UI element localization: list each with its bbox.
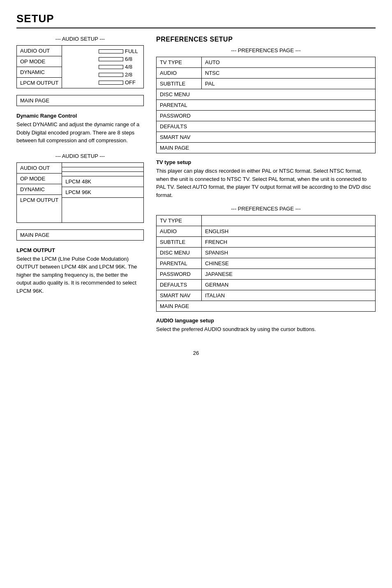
pref-page-label-1: --- PREFERENCES PAGE --- — [156, 47, 376, 53]
pref-smart-nav-value-2: ITALIAN — [202, 290, 375, 301]
pref-parental-label-1: PARENTAL — [157, 100, 375, 110]
slider-track-48 — [99, 65, 123, 69]
pref-row-parental-1: PARENTAL — [157, 100, 375, 111]
box1-main-page[interactable]: MAIN PAGE — [17, 95, 143, 106]
tv-type-text: This player can play discs recorded in e… — [156, 167, 376, 199]
slider-label-68: 6/8 — [125, 56, 139, 62]
pref-subtitle-label-2: SUBTITLE — [157, 237, 202, 247]
pref-row-subtitle-1: SUBTITLE PAL — [157, 79, 375, 89]
slider-label-28: 2/8 — [125, 72, 139, 78]
al2-labels: AUDIO OUT OP MODE DYNAMIC LPCM OUTPUT — [17, 163, 62, 222]
al2-empty-1 — [62, 163, 143, 167]
slider-label-48: 4/8 — [125, 64, 139, 70]
pref-password-value-2: JAPANESE — [202, 269, 375, 279]
pref-subtitle-label-1: SUBTITLE — [157, 79, 202, 89]
pref-audio-label-1: AUDIO — [157, 68, 202, 78]
pref-row-disc-menu-1: DISC MENU — [157, 89, 375, 100]
al2-lpcm-48k: LPCM 48K — [62, 176, 143, 187]
slider-track-68 — [99, 57, 123, 61]
al2-audio-out: AUDIO OUT — [17, 163, 62, 174]
pref-disc-menu-value-2: SPANISH — [202, 248, 375, 258]
pref-row-defaults-1: DEFAULTS — [157, 121, 375, 132]
dynamic-range-description: Dynamic Range Control Select DYNAMIC and… — [16, 113, 144, 145]
al2-spacer — [62, 198, 143, 222]
pref-defaults-label-2: DEFAULTS — [157, 280, 202, 290]
pref-row-main-page-1: MAIN PAGE — [157, 143, 375, 153]
lpcm-title: LPCM OUTPUT — [16, 247, 144, 253]
audio-lang-title: AUDIO language setup — [156, 317, 376, 324]
box2-footer-wrapper: MAIN PAGE — [16, 229, 144, 241]
slider-off: OFF — [99, 79, 139, 86]
pref-row-subtitle-2: SUBTITLE FRENCH — [157, 237, 375, 248]
pref-row-password-2: PASSWORD JAPANESE — [157, 269, 375, 280]
pref-password-label-1: PASSWORD — [157, 111, 375, 121]
pref-smart-nav-label-1: SMART NAV — [157, 132, 375, 142]
pref-row-smart-nav-2: SMART NAV ITALIAN — [157, 290, 375, 301]
dynamic-range-text: Select DYNAMIC and adjust the dynamic ra… — [16, 120, 144, 145]
page-title: SETUP — [16, 12, 376, 28]
al2-op-mode: OP MODE — [17, 174, 62, 184]
audio-out-label: AUDIO OUT — [17, 46, 62, 56]
pref-row-main-page-2: MAIN PAGE — [157, 301, 375, 311]
al2-empty-3 — [62, 172, 143, 176]
pref-row-disc-menu-2: DISC MENU SPANISH — [157, 248, 375, 258]
slider-28: 2/8 — [99, 72, 139, 78]
pref-menu-1: TV TYPE AUTO AUDIO NTSC SUBTITLE PAL DIS… — [156, 57, 376, 153]
slider-48: 4/8 — [99, 64, 139, 70]
al2-lpcm-96k: LPCM 96K — [62, 187, 143, 198]
slider-label-full: FULL — [125, 48, 139, 54]
audio-setup-label-2: --- AUDIO SETUP --- — [16, 153, 144, 159]
sliders-area: FULL 6/8 4/8 2/8 OFF — [62, 46, 143, 88]
lpcm-text: Select the LPCM (LIne Pulse Code Modulat… — [16, 255, 144, 295]
pref-row-tv-type-1: TV TYPE AUTO — [157, 57, 375, 68]
page-number: 26 — [16, 350, 376, 356]
pref-main-page-label-1[interactable]: MAIN PAGE — [157, 143, 375, 153]
pref-row-defaults-2: DEFAULTS GERMAN — [157, 280, 375, 290]
slider-track-off — [99, 81, 123, 85]
pref-row-audio-2: AUDIO ENGLISH — [157, 226, 375, 237]
slider-68: 6/8 — [99, 56, 139, 62]
pref-password-label-2: PASSWORD — [157, 269, 202, 279]
pref-row-parental-2: PARENTAL CHINESE — [157, 258, 375, 269]
pref-smart-nav-label-2: SMART NAV — [157, 290, 202, 301]
dynamic-range-title: Dynamic Range Control — [16, 113, 144, 119]
al2-empty-2 — [62, 167, 143, 172]
pref-tv-type-value-2 — [202, 215, 375, 226]
op-mode-label: OP MODE — [17, 56, 62, 67]
pref-disc-menu-label-2: DISC MENU — [157, 248, 202, 258]
pref-main-page-label-2[interactable]: MAIN PAGE — [157, 301, 375, 311]
lpcm-description: LPCM OUTPUT Select the LPCM (LIne Pulse … — [16, 247, 144, 295]
pref-row-tv-type-2: TV TYPE — [157, 215, 375, 226]
preferences-heading: PREFERENCES SETUP — [156, 36, 376, 43]
slider-label-off: OFF — [125, 79, 139, 86]
pref-audio-value-2: ENGLISH — [202, 226, 375, 236]
pref-tv-type-label-1: TV TYPE — [157, 57, 202, 67]
pref-row-password-1: PASSWORD — [157, 111, 375, 121]
pref-row-smart-nav-1: SMART NAV — [157, 132, 375, 143]
pref-disc-menu-label-1: DISC MENU — [157, 89, 375, 100]
slider-track-28 — [99, 73, 123, 77]
audio-lang-section: AUDIO language setup Select the preferre… — [156, 317, 376, 333]
pref-audio-value-1: NTSC — [202, 68, 375, 78]
tv-type-title: TV type setup — [156, 159, 376, 165]
audio-setup-label-1: --- AUDIO SETUP --- — [16, 36, 144, 42]
box2-main-page[interactable]: MAIN PAGE — [17, 230, 143, 240]
al2-lpcm-output: LPCM OUTPUT — [17, 195, 62, 205]
lpcm-output-label: LPCM OUTPUT — [17, 78, 62, 88]
dynamic-label: DYNAMIC — [17, 67, 62, 78]
pref-tv-type-label-2: TV TYPE — [157, 215, 202, 226]
slider-full: FULL — [99, 48, 139, 54]
audio-lang-text: Select the preferred AUDIO soundtrack by… — [156, 325, 376, 333]
left-column: --- AUDIO SETUP --- AUDIO OUT OP MODE DY… — [16, 36, 144, 342]
pref-defaults-label-1: DEFAULTS — [157, 121, 375, 132]
al2-dynamic: DYNAMIC — [17, 184, 62, 195]
tv-type-section: TV type setup This player can play discs… — [156, 159, 376, 199]
pref-page-label-2: --- PREFERENCES PAGE --- — [156, 206, 376, 212]
pref-audio-label-2: AUDIO — [157, 226, 202, 236]
box1-footer-wrapper: MAIN PAGE — [16, 95, 144, 106]
pref-subtitle-value-2: FRENCH — [202, 237, 375, 247]
audio-box-2: AUDIO OUT OP MODE DYNAMIC LPCM OUTPUT LP… — [16, 162, 144, 223]
slider-track-full — [99, 49, 123, 53]
al2-right: LPCM 48K LPCM 96K — [62, 163, 143, 222]
pref-subtitle-value-1: PAL — [202, 79, 375, 89]
